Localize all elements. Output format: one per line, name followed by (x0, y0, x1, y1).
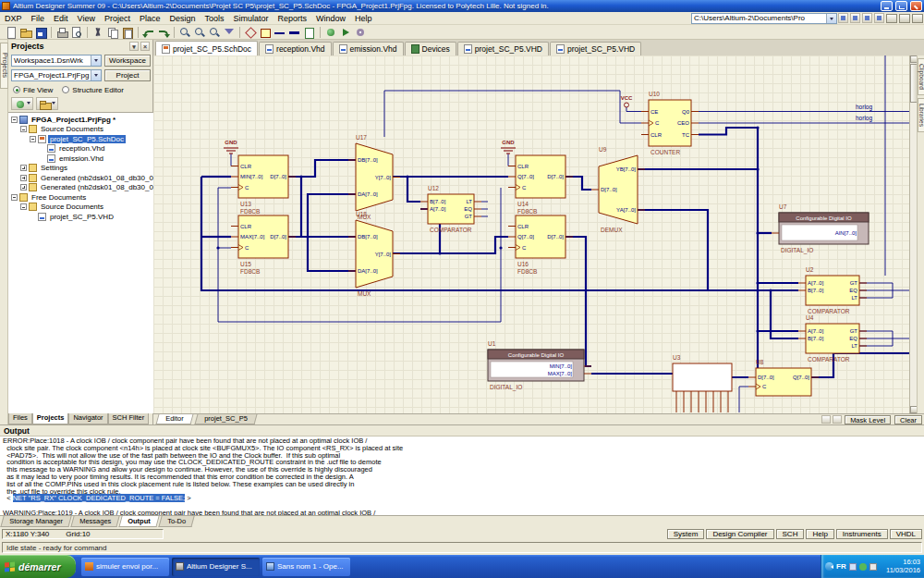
place-bus-icon[interactable] (288, 26, 301, 39)
preview-icon[interactable] (70, 26, 83, 39)
component-U14[interactable]: CLRQ[7..0]CD[7..0]U14FD8CB (508, 155, 573, 215)
tree-item-free-documents[interactable]: Free Documents (8, 192, 153, 203)
grid-toggle-icon[interactable] (833, 415, 842, 424)
component-U17[interactable]: DB[7..0]DA[7..0]Y[7..0]U17MUX (348, 134, 400, 220)
bottom-tab-messages[interactable]: Messages (70, 516, 119, 527)
menu-help[interactable]: Help (350, 13, 377, 24)
chevron-down-icon[interactable] (91, 55, 101, 66)
status-button-instruments[interactable]: Instruments (836, 529, 888, 539)
place-part-icon[interactable] (259, 26, 272, 39)
component-U13[interactable]: CLRMIN[7..0]CD[7..0]U13FD8CB (231, 155, 296, 215)
close-button[interactable] (910, 1, 922, 11)
component-U8[interactable]: D[7..0]CQ[7..0]U8 (748, 359, 819, 396)
panel-tab-projects[interactable]: Projects (32, 413, 69, 424)
panel-tab-libraries[interactable]: Libraries (918, 98, 924, 132)
status-button-vhdl[interactable]: VHDL (890, 529, 922, 539)
tree-item-emission-vhd[interactable]: emission.Vhd (8, 154, 153, 164)
output-log[interactable]: ERROR:Place:1018 - A clock IOB / clock c… (0, 437, 924, 515)
zoom-fit-icon[interactable] (208, 26, 221, 39)
menu-file[interactable]: File (27, 13, 50, 24)
component-U16[interactable]: CLRQ[7..0]CD[7..0]U16FD8CB (508, 215, 573, 275)
mdi-minimize-button[interactable] (886, 14, 897, 23)
status-button-system[interactable]: System (667, 529, 705, 539)
mdi-restore-button[interactable] (899, 14, 910, 23)
net-label-horlog[interactable]: horlog (856, 115, 872, 122)
zoom-out-icon[interactable] (193, 26, 206, 39)
doc-tab-projet-sc-p5-vhd[interactable]: projet_SC_P5.VHD (457, 42, 549, 55)
menu-design[interactable]: Design (164, 13, 200, 24)
status-button-sch[interactable]: SCH (776, 529, 805, 539)
expand-icon[interactable] (20, 175, 27, 181)
language-indicator[interactable]: FR (836, 562, 846, 571)
document-view-tab[interactable]: projet_SC_P5 (194, 414, 257, 424)
cut-icon[interactable] (91, 26, 104, 39)
zoom-in-icon[interactable] (178, 26, 191, 39)
panel-tab-clipboard[interactable]: Clipboard (918, 58, 924, 95)
menu-project[interactable]: Project (100, 13, 135, 24)
clear-button[interactable]: Clear (894, 415, 922, 424)
favorites-icon[interactable] (850, 13, 860, 23)
save-icon[interactable] (34, 26, 47, 39)
start-button[interactable]: démarrer (0, 555, 76, 578)
new-sheet-icon[interactable] (303, 26, 316, 39)
project-combo[interactable]: FPGA_Project1.PrjFpg (11, 69, 102, 81)
collapse-icon[interactable] (30, 136, 36, 142)
tree-item-source-documents[interactable]: Source Documents (8, 125, 153, 135)
taskbar-task-2[interactable]: Sans nom 1 - Ope... (262, 558, 350, 576)
collapse-icon[interactable] (20, 126, 27, 132)
tree-item-generated-nb2dsk01-08-db30-06[interactable]: Generated (nb2dsk01_08_db30_06 (8, 183, 153, 193)
gnd-power-port[interactable]: GND (224, 140, 238, 154)
doc-tab-projet-sc-p5-schdoc[interactable]: projet_SC_P5.SchDoc (155, 41, 258, 55)
collapse-icon[interactable] (20, 203, 27, 210)
minimize-button[interactable] (881, 1, 893, 11)
gnd-power-port[interactable]: GND (501, 140, 516, 154)
expand-icon[interactable] (20, 165, 27, 171)
panel-menu-icon[interactable]: ▾ (129, 42, 139, 51)
doc-tab-emission-vhd[interactable]: emission.Vhd (333, 42, 404, 55)
redo-icon[interactable] (157, 26, 170, 39)
component-U10[interactable]: CECCLRQ0CEOTCU10COUNTER (641, 91, 699, 155)
taskbar-task-1[interactable]: Altium Designer S... (172, 558, 260, 576)
cross-probe-icon[interactable] (244, 26, 257, 39)
component-U1[interactable]: Configurable Digital IOMIN[7..0]MAX[7..0… (488, 340, 591, 391)
project-button[interactable]: Project (104, 69, 151, 81)
place-wire-icon[interactable] (274, 26, 286, 39)
tray-icon[interactable] (849, 563, 857, 571)
paste-icon[interactable] (121, 26, 134, 39)
menu-tools[interactable]: Tools (200, 13, 228, 24)
hide-icons-chevron[interactable] (825, 562, 833, 571)
editor-tab[interactable]: Editor (156, 414, 194, 424)
component-U4[interactable]: A[7..0]B[7..0]GTEQLTU4COMPARATOR (798, 314, 867, 363)
tree-item-fpga-project1-prjfpg-[interactable]: FPGA_Project1.PrjFpg * (8, 115, 153, 125)
home-icon[interactable] (838, 13, 848, 23)
address-combo[interactable]: C:\Users\Altium-2\Documents\Pro (691, 13, 837, 24)
doc-tab-devices[interactable]: Devices (405, 42, 456, 55)
component-U7[interactable]: Configurable Digital IOAIN[7..0]U7DIGITA… (772, 203, 869, 254)
compile-icon[interactable] (324, 26, 337, 39)
menu-edit[interactable]: Edit (49, 13, 73, 24)
tree-item-projet-sc-p5-schdoc[interactable]: projet_SC_P5.SchDoc (8, 134, 153, 144)
chevron-down-icon[interactable] (91, 70, 101, 80)
tree-item-generated-nb2dsk01-08-db30-06[interactable]: Generated (nb2dsk01_08_db30_06 (8, 173, 153, 183)
tray-icon[interactable] (869, 563, 877, 571)
menu-view[interactable]: View (73, 13, 100, 24)
panel-close-icon[interactable]: × (140, 42, 150, 51)
bottom-tab-output[interactable]: Output (119, 516, 160, 527)
workspace-combo[interactable]: Workspace1.DsnWrk (11, 55, 102, 67)
component-U18[interactable]: DB[7..0]DA[7..0]Y[7..0]U18MUX (348, 211, 400, 297)
file-view-radio[interactable]: File View (13, 86, 53, 94)
tree-item-source-documents[interactable]: Source Documents (8, 203, 153, 213)
status-button-design-compiler[interactable]: Design Compiler (706, 529, 773, 539)
new-icon[interactable] (5, 26, 18, 39)
workspace-button[interactable]: Workspace (104, 55, 151, 67)
component-U15[interactable]: CLRMAX[7..0]CD[7..0]U15FD8CB (231, 215, 296, 275)
component-U12[interactable]: B[7..0]A[7..0]LTEQGTU12COMPARATOR (420, 185, 481, 233)
compile-dropdown-button[interactable] (11, 97, 33, 110)
structure-editor-radio[interactable]: Structure Editor (62, 86, 124, 94)
undo-icon[interactable] (142, 26, 155, 39)
panel-tab-files[interactable]: Files (8, 413, 32, 424)
filter-icon[interactable] (223, 26, 236, 39)
schematic-canvas[interactable]: CLRMIN[7..0]CD[7..0]U13FD8CBCLRMAX[7..0]… (153, 55, 909, 413)
print-icon[interactable] (55, 26, 68, 39)
layout-icon[interactable] (862, 13, 872, 23)
